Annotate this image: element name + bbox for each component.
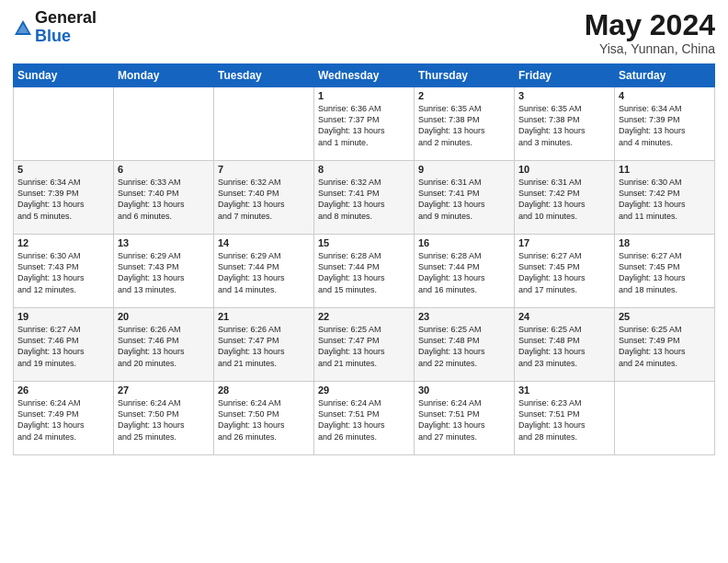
calendar-cell: 10Sunrise: 6:31 AMSunset: 7:42 PMDayligh…: [515, 161, 615, 235]
calendar-cell: [214, 87, 314, 161]
calendar-cell: 20Sunrise: 6:26 AMSunset: 7:46 PMDayligh…: [114, 308, 214, 382]
calendar-cell: 18Sunrise: 6:27 AMSunset: 7:45 PMDayligh…: [615, 235, 715, 308]
day-number: 10: [518, 164, 610, 175]
week-row-1: 1Sunrise: 6:36 AMSunset: 7:37 PMDaylight…: [14, 87, 715, 161]
cell-text: Sunrise: 6:30 AMSunset: 7:43 PMDaylight:…: [17, 250, 109, 295]
day-number: 14: [218, 237, 310, 248]
month-title: May 2024: [585, 9, 715, 41]
day-number: 6: [118, 164, 210, 175]
calendar-cell: 30Sunrise: 6:24 AMSunset: 7:51 PMDayligh…: [415, 382, 515, 455]
weekday-header-monday: Monday: [114, 64, 214, 87]
day-number: 3: [518, 90, 610, 101]
day-number: 25: [619, 311, 711, 322]
week-row-5: 26Sunrise: 6:24 AMSunset: 7:49 PMDayligh…: [14, 382, 715, 455]
cell-text: Sunrise: 6:25 AMSunset: 7:49 PMDaylight:…: [619, 324, 711, 369]
cell-text: Sunrise: 6:35 AMSunset: 7:38 PMDaylight:…: [418, 103, 510, 148]
day-number: 31: [518, 385, 610, 396]
day-number: 19: [17, 311, 109, 322]
weekday-header-wednesday: Wednesday: [314, 64, 415, 87]
cell-text: Sunrise: 6:23 AMSunset: 7:51 PMDaylight:…: [518, 397, 610, 442]
day-number: 24: [518, 311, 610, 322]
cell-text: Sunrise: 6:28 AMSunset: 7:44 PMDaylight:…: [418, 250, 510, 295]
calendar-cell: 7Sunrise: 6:32 AMSunset: 7:40 PMDaylight…: [214, 161, 314, 235]
day-number: 4: [619, 90, 711, 101]
calendar-cell: 27Sunrise: 6:24 AMSunset: 7:50 PMDayligh…: [114, 382, 214, 455]
day-number: 26: [17, 385, 109, 396]
logo-general: General: [35, 9, 97, 28]
week-row-3: 12Sunrise: 6:30 AMSunset: 7:43 PMDayligh…: [14, 235, 715, 308]
calendar-cell: 1Sunrise: 6:36 AMSunset: 7:37 PMDaylight…: [314, 87, 415, 161]
cell-text: Sunrise: 6:25 AMSunset: 7:48 PMDaylight:…: [418, 324, 510, 369]
day-number: 1: [318, 90, 410, 101]
calendar-cell: 26Sunrise: 6:24 AMSunset: 7:49 PMDayligh…: [14, 382, 114, 455]
cell-text: Sunrise: 6:27 AMSunset: 7:45 PMDaylight:…: [619, 250, 711, 295]
cell-text: Sunrise: 6:30 AMSunset: 7:42 PMDaylight:…: [619, 177, 711, 222]
cell-text: Sunrise: 6:24 AMSunset: 7:50 PMDaylight:…: [218, 397, 310, 442]
cell-text: Sunrise: 6:32 AMSunset: 7:40 PMDaylight:…: [218, 177, 310, 222]
day-number: 29: [318, 385, 410, 396]
calendar-cell: 11Sunrise: 6:30 AMSunset: 7:42 PMDayligh…: [615, 161, 715, 235]
calendar-cell: 31Sunrise: 6:23 AMSunset: 7:51 PMDayligh…: [515, 382, 615, 455]
calendar-cell: 17Sunrise: 6:27 AMSunset: 7:45 PMDayligh…: [515, 235, 615, 308]
calendar-cell: 6Sunrise: 6:33 AMSunset: 7:40 PMDaylight…: [114, 161, 214, 235]
calendar-cell: 14Sunrise: 6:29 AMSunset: 7:44 PMDayligh…: [214, 235, 314, 308]
day-number: 17: [518, 237, 610, 248]
logo: General Blue: [13, 9, 97, 46]
calendar-cell: 22Sunrise: 6:25 AMSunset: 7:47 PMDayligh…: [314, 308, 415, 382]
day-number: 12: [17, 237, 109, 248]
logo-icon: [13, 18, 33, 39]
day-number: 20: [118, 311, 210, 322]
day-number: 9: [418, 164, 510, 175]
weekday-header-tuesday: Tuesday: [214, 64, 314, 87]
week-row-2: 5Sunrise: 6:34 AMSunset: 7:39 PMDaylight…: [14, 161, 715, 235]
calendar-cell: 24Sunrise: 6:25 AMSunset: 7:48 PMDayligh…: [515, 308, 615, 382]
day-number: 15: [318, 237, 410, 248]
cell-text: Sunrise: 6:27 AMSunset: 7:46 PMDaylight:…: [17, 324, 109, 369]
calendar-cell: 21Sunrise: 6:26 AMSunset: 7:47 PMDayligh…: [214, 308, 314, 382]
cell-text: Sunrise: 6:34 AMSunset: 7:39 PMDaylight:…: [619, 103, 711, 148]
cell-text: Sunrise: 6:26 AMSunset: 7:46 PMDaylight:…: [118, 324, 210, 369]
calendar-cell: 16Sunrise: 6:28 AMSunset: 7:44 PMDayligh…: [415, 235, 515, 308]
day-number: 23: [418, 311, 510, 322]
calendar-cell: 4Sunrise: 6:34 AMSunset: 7:39 PMDaylight…: [615, 87, 715, 161]
calendar-cell: 3Sunrise: 6:35 AMSunset: 7:38 PMDaylight…: [515, 87, 615, 161]
day-number: 7: [218, 164, 310, 175]
weekday-header-saturday: Saturday: [615, 64, 715, 87]
day-number: 30: [418, 385, 510, 396]
day-number: 2: [418, 90, 510, 101]
calendar-cell: 28Sunrise: 6:24 AMSunset: 7:50 PMDayligh…: [214, 382, 314, 455]
calendar-cell: 8Sunrise: 6:32 AMSunset: 7:41 PMDaylight…: [314, 161, 415, 235]
cell-text: Sunrise: 6:24 AMSunset: 7:51 PMDaylight:…: [418, 397, 510, 442]
calendar-cell: 9Sunrise: 6:31 AMSunset: 7:41 PMDaylight…: [415, 161, 515, 235]
calendar-cell: 12Sunrise: 6:30 AMSunset: 7:43 PMDayligh…: [14, 235, 114, 308]
day-number: 28: [218, 385, 310, 396]
location: Yisa, Yunnan, China: [585, 41, 715, 56]
calendar-cell: [14, 87, 114, 161]
cell-text: Sunrise: 6:24 AMSunset: 7:50 PMDaylight:…: [118, 397, 210, 442]
calendar-cell: 25Sunrise: 6:25 AMSunset: 7:49 PMDayligh…: [615, 308, 715, 382]
cell-text: Sunrise: 6:31 AMSunset: 7:42 PMDaylight:…: [518, 177, 610, 222]
day-number: 18: [619, 237, 711, 248]
day-number: 27: [118, 385, 210, 396]
calendar-cell: 29Sunrise: 6:24 AMSunset: 7:51 PMDayligh…: [314, 382, 415, 455]
weekday-header-thursday: Thursday: [415, 64, 515, 87]
calendar-cell: 5Sunrise: 6:34 AMSunset: 7:39 PMDaylight…: [14, 161, 114, 235]
logo-text: General Blue: [35, 9, 97, 46]
cell-text: Sunrise: 6:31 AMSunset: 7:41 PMDaylight:…: [418, 177, 510, 222]
day-number: 21: [218, 311, 310, 322]
cell-text: Sunrise: 6:33 AMSunset: 7:40 PMDaylight:…: [118, 177, 210, 222]
cell-text: Sunrise: 6:28 AMSunset: 7:44 PMDaylight:…: [318, 250, 410, 295]
calendar-cell: 13Sunrise: 6:29 AMSunset: 7:43 PMDayligh…: [114, 235, 214, 308]
cell-text: Sunrise: 6:27 AMSunset: 7:45 PMDaylight:…: [518, 250, 610, 295]
calendar-cell: [114, 87, 214, 161]
cell-text: Sunrise: 6:29 AMSunset: 7:43 PMDaylight:…: [118, 250, 210, 295]
week-row-4: 19Sunrise: 6:27 AMSunset: 7:46 PMDayligh…: [14, 308, 715, 382]
day-number: 11: [619, 164, 711, 175]
calendar-page: General Blue May 2024 Yisa, Yunnan, Chin…: [0, 0, 728, 563]
title-area: May 2024 Yisa, Yunnan, China: [585, 9, 715, 56]
day-number: 13: [118, 237, 210, 248]
day-number: 8: [318, 164, 410, 175]
calendar-cell: 23Sunrise: 6:25 AMSunset: 7:48 PMDayligh…: [415, 308, 515, 382]
day-number: 5: [17, 164, 109, 175]
weekday-header-friday: Friday: [515, 64, 615, 87]
